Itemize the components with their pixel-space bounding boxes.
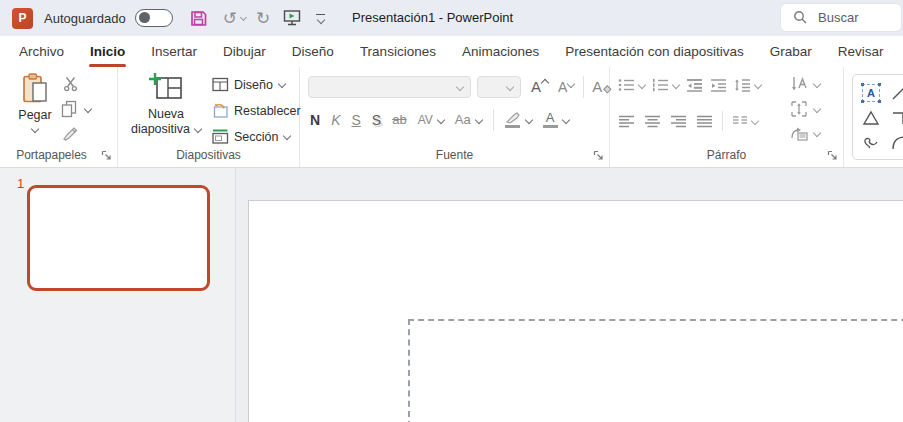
font-name-combo[interactable] (308, 76, 471, 98)
justify-button[interactable] (696, 115, 713, 128)
decrease-indent-button[interactable] (686, 78, 703, 92)
increase-indent-button[interactable] (710, 78, 727, 92)
slideshow-icon (283, 9, 302, 27)
character-spacing-button[interactable]: AV (418, 112, 444, 128)
change-case-button[interactable]: Aa (455, 112, 482, 128)
section-button[interactable]: Sección (212, 129, 290, 144)
customize-quick-access-button[interactable] (316, 14, 325, 23)
layout-button[interactable]: Diseño (212, 77, 285, 92)
strikethrough-button[interactable]: ab (392, 112, 406, 128)
tab-revisar[interactable]: Revisar (825, 36, 897, 67)
highlight-color-button[interactable] (505, 112, 532, 129)
new-slide-button[interactable]: Nueva diapositiva (130, 72, 202, 137)
paste-button[interactable]: Pegar (12, 73, 58, 132)
fuente-dialog-launcher[interactable] (593, 150, 604, 161)
smartart-icon (790, 125, 808, 141)
tab-diseno[interactable]: Diseño (279, 36, 347, 67)
shape-scribble-button[interactable] (857, 130, 885, 155)
grow-font-button[interactable]: A (531, 79, 548, 95)
format-painter-button[interactable] (62, 125, 79, 142)
align-text-button[interactable] (790, 100, 820, 118)
slide-thumbnail-1[interactable] (27, 185, 210, 291)
align-center-button[interactable] (644, 115, 661, 128)
convert-to-smartart-button[interactable] (790, 125, 820, 141)
textbox-letter: A (867, 87, 875, 99)
portapapeles-dialog-launcher[interactable] (101, 150, 112, 161)
tab-vista[interactable]: Vista (897, 36, 903, 67)
new-slide-label-line1: Nueva (148, 107, 184, 122)
slide-editing-area[interactable] (248, 200, 903, 422)
shapes-gallery: A (852, 74, 903, 160)
powerpoint-app-icon[interactable]: P (12, 8, 33, 29)
dialog-launcher-icon (593, 150, 604, 161)
line-spacing-button[interactable] (734, 78, 761, 92)
tab-archivo[interactable]: Archivo (6, 36, 77, 67)
redo-button[interactable]: ↻ (256, 6, 270, 30)
section-label: Sección (234, 130, 278, 144)
tab-dibujar[interactable]: Dibujar (210, 36, 279, 67)
save-button[interactable] (189, 6, 208, 30)
tab-animaciones[interactable]: Animaciones (449, 36, 552, 67)
columns-button[interactable] (732, 115, 758, 127)
bullets-button[interactable] (618, 78, 645, 92)
shape-line-button[interactable] (885, 80, 903, 105)
line-spacing-chevron-icon (754, 81, 762, 89)
tab-transiciones[interactable]: Transiciones (347, 36, 449, 67)
search-box[interactable]: Buscar (780, 3, 902, 32)
format-painter-icon (62, 125, 79, 142)
undo-button[interactable]: ↺ (223, 6, 246, 30)
ribbon-tab-row: Archivo Inicio Insertar Dibujar Diseño T… (0, 36, 903, 67)
bold-button[interactable]: N (310, 112, 320, 128)
tab-presentacion-con-diapositivas[interactable]: Presentación con diapositivas (552, 36, 757, 67)
font-name-chevron-icon (456, 83, 464, 91)
font-color-button[interactable]: A (543, 112, 569, 129)
dialog-launcher-icon (827, 150, 838, 161)
tab-grabar[interactable]: Grabar (757, 36, 825, 67)
shrink-font-button[interactable]: A (558, 79, 574, 95)
dialog-launcher-icon (101, 150, 112, 161)
columns-chevron-icon (751, 117, 759, 125)
reset-button[interactable]: Restablecer (212, 103, 301, 118)
align-right-button[interactable] (670, 115, 687, 128)
editing-canvas (237, 168, 903, 422)
copy-icon (60, 100, 78, 118)
save-icon (189, 9, 208, 28)
section-chevron-icon (283, 131, 291, 139)
tab-insertar[interactable]: Insertar (138, 36, 210, 67)
title-placeholder[interactable] (408, 319, 903, 422)
smartart-chevron-icon (813, 129, 821, 137)
font-size-combo[interactable] (477, 76, 521, 98)
triangle-shape-icon (862, 110, 880, 126)
numbering-chevron-icon (672, 81, 680, 89)
text-shadow-button[interactable]: S (372, 112, 381, 128)
align-left-button[interactable] (618, 115, 635, 128)
cut-button[interactable] (62, 76, 79, 92)
autosave-toggle-knob (139, 12, 150, 23)
chevron-down-icon (316, 15, 324, 23)
numbering-button[interactable] (652, 78, 679, 92)
shape-textbox-button[interactable]: A (857, 80, 885, 105)
paste-icon (22, 73, 49, 105)
text-direction-button[interactable] (790, 75, 820, 93)
new-slide-label-line2: diapositiva (131, 122, 190, 137)
font-colorbar (543, 125, 558, 129)
overline-icon (316, 14, 325, 15)
italic-button[interactable]: K (331, 112, 340, 128)
autosave-toggle[interactable] (135, 9, 173, 27)
undo-chevron-icon (240, 13, 247, 20)
layout-label: Diseño (234, 78, 273, 92)
shape-elbow-button[interactable] (885, 105, 903, 130)
shrink-font-arrow-icon (567, 80, 575, 88)
layout-chevron-icon (278, 79, 286, 87)
underline-button[interactable]: S (351, 112, 360, 128)
copy-button[interactable] (60, 100, 91, 118)
character-spacing-label: AV (418, 112, 433, 128)
slideshow-from-start-button[interactable] (283, 6, 302, 30)
group-dibujo: A (844, 67, 903, 167)
parrafo-dialog-launcher[interactable] (827, 150, 838, 161)
tab-inicio[interactable]: Inicio (77, 36, 138, 67)
shape-arc-button[interactable] (885, 130, 903, 155)
numbering-icon (652, 78, 669, 92)
shape-triangle-button[interactable] (857, 105, 885, 130)
highlight-colorbar (505, 125, 520, 129)
